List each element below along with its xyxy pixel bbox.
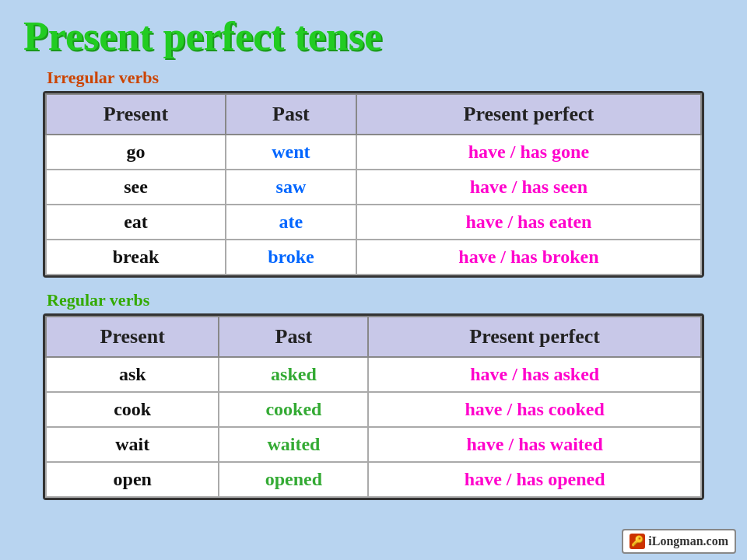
table-0-row-3-past: broke <box>226 240 356 275</box>
table-row: cookcookedhave / has cooked <box>46 392 701 427</box>
table-1-row-2-present: wait <box>46 427 219 462</box>
table-row: eatatehave / has eaten <box>46 205 701 240</box>
table-1-row-1-perfect: have / has cooked <box>368 392 701 427</box>
table-0-header-2: Present perfect <box>356 94 701 135</box>
table-1-row-1-present: cook <box>46 392 219 427</box>
table-1-row-3-past: opened <box>219 462 368 497</box>
table-0-row-0-perfect: have / has gone <box>356 135 701 170</box>
table-0-row-2-present: eat <box>46 205 226 240</box>
section-label-1: Regular verbs <box>0 285 747 313</box>
table-0-row-1-present: see <box>46 170 226 205</box>
table-1-row-3-present: open <box>46 462 219 497</box>
table-1-header-2: Present perfect <box>368 317 701 357</box>
section-label-0: Irregular verbs <box>0 63 747 91</box>
table-1-row-1-past: cooked <box>219 392 368 427</box>
table-1-header-0: Present <box>46 317 219 357</box>
table-0: PresentPastPresent perfectgowenthave / h… <box>45 93 702 275</box>
table-0-row-1-perfect: have / has seen <box>356 170 701 205</box>
table-0-row-3-perfect: have / has broken <box>356 240 701 275</box>
table-0-row-2-past: ate <box>226 205 356 240</box>
table-0-row-2-perfect: have / has eaten <box>356 205 701 240</box>
table-1-row-0-perfect: have / has asked <box>368 357 701 392</box>
table-row: breakbrokehave / has broken <box>46 240 701 275</box>
table-row: waitwaitedhave / has waited <box>46 427 701 462</box>
table-0-header-0: Present <box>46 94 226 135</box>
page-title: Present perfect tense <box>0 0 747 63</box>
table-1-row-0-present: ask <box>46 357 219 392</box>
table-row: askaskedhave / has asked <box>46 357 701 392</box>
table-0-row-0-present: go <box>46 135 226 170</box>
table-wrapper-0: PresentPastPresent perfectgowenthave / h… <box>43 91 704 278</box>
table-row: seesawhave / has seen <box>46 170 701 205</box>
table-1-row-0-past: asked <box>219 357 368 392</box>
table-0-row-1-past: saw <box>226 170 356 205</box>
table-1-row-3-perfect: have / has opened <box>368 462 701 497</box>
watermark-icon: 🔑 <box>630 534 645 549</box>
table-row: openopenedhave / has opened <box>46 462 701 497</box>
table-0-row-0-past: went <box>226 135 356 170</box>
table-1-row-2-perfect: have / has waited <box>368 427 701 462</box>
table-1-row-2-past: waited <box>219 427 368 462</box>
watermark-text: iLongman.com <box>648 534 728 548</box>
table-row: gowenthave / has gone <box>46 135 701 170</box>
table-1: PresentPastPresent perfectaskaskedhave /… <box>45 316 702 498</box>
table-0-header-1: Past <box>226 94 356 135</box>
table-1-header-1: Past <box>219 317 368 357</box>
table-wrapper-1: PresentPastPresent perfectaskaskedhave /… <box>43 313 704 500</box>
watermark: 🔑 iLongman.com <box>622 529 736 554</box>
table-0-row-3-present: break <box>46 240 226 275</box>
